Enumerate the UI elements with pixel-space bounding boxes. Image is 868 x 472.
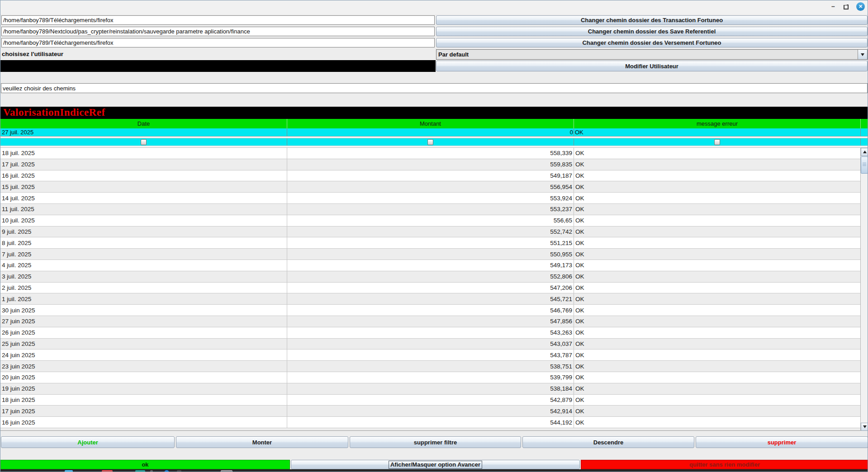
date-cell: 11 juil. 2025: [0, 204, 287, 215]
remove-filter-button[interactable]: supprimer filtre: [350, 436, 521, 448]
montant-cell: 544,192: [287, 417, 574, 428]
table-row[interactable]: 3 juil. 2025552,806OK: [0, 271, 860, 283]
date-cell: 8 juil. 2025: [0, 237, 287, 248]
table-row[interactable]: 23 juin 2025538,751OK: [0, 361, 860, 372]
date-cell: 30 juin 2025: [0, 305, 287, 316]
status-message-field[interactable]: [1, 83, 868, 93]
table-row[interactable]: 18 juil. 2025558,339OK: [0, 148, 860, 159]
table-row[interactable]: 26 juin 2025543,263OK: [0, 327, 860, 339]
summary-filler: [861, 128, 868, 136]
table-row[interactable]: 4 juil. 2025549,173OK: [0, 260, 860, 271]
scrollbar-thumb[interactable]: [861, 156, 868, 174]
toggle-advanced-options-button[interactable]: Aficher/Masquer option Avancer: [291, 460, 580, 469]
change-versement-path-button[interactable]: Changer chemin dossier des Versement For…: [436, 38, 868, 47]
taskbar-icon[interactable]: [164, 470, 169, 472]
filter-checkbox-montant[interactable]: [427, 139, 433, 145]
table-row[interactable]: 20 juin 2025539,799OK: [0, 372, 860, 383]
erreur-cell: OK: [574, 316, 860, 327]
table-row[interactable]: 9 juil. 2025552,742OK: [0, 227, 860, 238]
app-window: – ✕ Changer chemin dossier des Transacti…: [0, 0, 868, 472]
date-cell: 18 juil. 2025: [0, 148, 287, 159]
table-row[interactable]: 25 juin 2025543,037OK: [0, 339, 860, 350]
erreur-cell: OK: [574, 372, 860, 383]
save-referentiel-path-input[interactable]: [1, 27, 435, 36]
table-row[interactable]: 15 juil. 2025556,954OK: [0, 181, 860, 193]
maximize-icon[interactable]: [844, 5, 849, 9]
date-cell: 1 juil. 2025: [0, 293, 287, 304]
date-cell: 2 juil. 2025: [0, 283, 287, 293]
erreur-cell: OK: [574, 361, 860, 372]
taskbar-icon[interactable]: [102, 470, 113, 472]
montant-cell: 543,787: [287, 349, 574, 360]
user-select[interactable]: Par default: [436, 49, 868, 60]
user-select-value: Par default: [436, 51, 858, 58]
table-row[interactable]: 14 juil. 2025553,924OK: [0, 193, 860, 204]
date-cell: 10 juil. 2025: [0, 215, 287, 226]
erreur-cell: OK: [574, 271, 860, 282]
taskbar-icon[interactable]: [135, 470, 145, 472]
filter-checkbox-date[interactable]: [141, 139, 147, 145]
erreur-cell: OK: [574, 417, 860, 428]
date-cell: 17 juil. 2025: [0, 159, 287, 170]
montant-cell: 552,742: [287, 227, 574, 237]
date-cell: 24 juin 2025: [0, 349, 287, 360]
table-row[interactable]: 24 juin 2025543,787OK: [0, 349, 860, 361]
table-row[interactable]: 11 juil. 2025553,237OK: [0, 204, 860, 215]
add-button[interactable]: Ajouter: [1, 436, 175, 448]
taskbar-icon[interactable]: [65, 470, 73, 472]
montant-cell: 550,955: [287, 249, 574, 260]
montant-cell: 549,173: [287, 260, 574, 271]
ok-button[interactable]: ok: [0, 460, 290, 469]
summary-row[interactable]: 27 juil. 2025 0 OK: [0, 128, 868, 137]
move-down-button[interactable]: Descendre: [522, 436, 694, 448]
close-icon[interactable]: ✕: [856, 2, 865, 11]
taskbar-icon[interactable]: [150, 470, 153, 472]
scroll-up-icon[interactable]: [861, 148, 868, 156]
table-row[interactable]: 27 juin 2025547,856OK: [0, 316, 860, 327]
vertical-scrollbar[interactable]: [860, 148, 868, 431]
taskbar-icon[interactable]: [221, 470, 232, 472]
versement-path-input[interactable]: [1, 38, 435, 47]
table-row[interactable]: 10 juil. 2025556,65OK: [0, 215, 860, 227]
delete-button[interactable]: supprimer: [696, 436, 868, 448]
toggle-advanced-options-label: Aficher/Masquer option Avancer: [389, 461, 482, 469]
table-row[interactable]: 17 juin 2025542,914OK: [0, 406, 860, 417]
erreur-cell: OK: [574, 305, 860, 316]
erreur-cell: OK: [574, 227, 860, 237]
chevron-down-icon[interactable]: [858, 50, 867, 59]
minimize-icon[interactable]: –: [830, 2, 837, 10]
header-message-erreur[interactable]: message erreur: [574, 119, 861, 128]
table-row[interactable]: 8 juil. 2025551,215OK: [0, 237, 860, 249]
table-row[interactable]: 30 juin 2025546,769OK: [0, 305, 860, 316]
table-row[interactable]: 1 juil. 2025545,721OK: [0, 293, 860, 305]
taskbar-icon[interactable]: [177, 470, 181, 472]
change-transaction-path-button[interactable]: Changer chemin dossier des Transaction F…: [436, 15, 868, 25]
table-row[interactable]: 17 juil. 2025559,835OK: [0, 159, 860, 170]
filter-checkbox-erreur[interactable]: [714, 139, 720, 145]
table-row[interactable]: 16 juil. 2025549,187OK: [0, 170, 860, 182]
table-row[interactable]: 18 juin 2025542,879OK: [0, 395, 860, 406]
header-montant[interactable]: Montant: [287, 119, 574, 128]
montant-cell: 559,835: [287, 159, 574, 170]
montant-cell: 558,339: [287, 148, 574, 159]
quit-without-saving-button[interactable]: quitter sans rien modifier: [581, 460, 868, 469]
modify-user-button[interactable]: Modifier Utilisateur: [436, 61, 868, 71]
transaction-path-input[interactable]: [1, 15, 435, 25]
header-date[interactable]: Date: [0, 119, 287, 128]
summary-montant-cell: 0: [287, 128, 574, 136]
date-cell: 25 juin 2025: [0, 339, 287, 349]
erreur-cell: OK: [574, 260, 860, 271]
date-cell: 9 juil. 2025: [0, 227, 287, 237]
table-row[interactable]: 16 juin 2025544,192OK: [0, 417, 860, 428]
table-row[interactable]: 2 juil. 2025547,206OK: [0, 283, 860, 294]
table-row[interactable]: 19 juin 2025538,184OK: [0, 383, 860, 395]
move-up-button[interactable]: Monter: [176, 436, 348, 448]
titlebar: – ✕: [0, 0, 868, 14]
date-cell: 23 juin 2025: [0, 361, 287, 372]
scroll-down-icon[interactable]: [861, 423, 868, 431]
change-save-referentiel-path-button[interactable]: Changer chemin dossier des Save Referent…: [436, 27, 868, 36]
montant-cell: 539,799: [287, 372, 574, 383]
erreur-cell: OK: [574, 249, 860, 260]
erreur-cell: OK: [574, 193, 860, 203]
table-row[interactable]: 7 juil. 2025550,955OK: [0, 249, 860, 260]
